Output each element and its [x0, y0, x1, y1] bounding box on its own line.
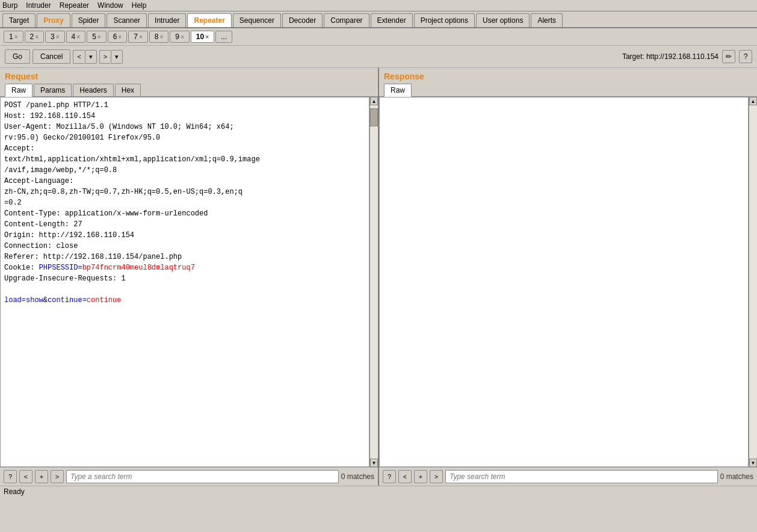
cookie-value: bp74fncrm40meul8dmlaqtruq7 — [82, 264, 195, 272]
response-panel: Response Raw ▲ ▼ ? < + > 0 matches — [379, 68, 757, 486]
request-line-11: Content-Type: application/x-www-form-url… — [4, 208, 365, 219]
num-tab-6[interactable]: 6× — [108, 31, 128, 43]
request-line-cookie: Cookie: PHPSESSID=bp74fncrm40meul8dmlaqt… — [4, 262, 365, 273]
num-tab-5[interactable]: 5× — [87, 31, 107, 43]
help-button[interactable]: ? — [739, 50, 752, 63]
menu-window[interactable]: Window — [97, 1, 123, 10]
close-tab-10[interactable]: × — [205, 34, 209, 40]
go-button[interactable]: Go — [5, 49, 30, 64]
tab-alerts[interactable]: Alerts — [531, 13, 563, 27]
menu-repeater[interactable]: Repeater — [60, 1, 89, 10]
request-search-input[interactable] — [66, 470, 339, 483]
request-line-5: Accept: — [4, 143, 365, 154]
num-tab-4[interactable]: 4× — [66, 31, 86, 43]
response-text-content[interactable] — [379, 97, 749, 467]
tab-user-options[interactable]: User options — [476, 13, 530, 27]
request-search-next-plus[interactable]: + — [35, 470, 48, 483]
tab-comparer[interactable]: Comparer — [324, 13, 369, 27]
close-tab-3[interactable]: × — [56, 34, 60, 40]
menu-intruder[interactable]: Intruder — [26, 1, 51, 10]
request-content-wrapper: POST /panel.php HTTP/1.1 Host: 192.168.1… — [0, 97, 378, 467]
response-matches-label: 0 matches — [720, 472, 753, 481]
tab-spider[interactable]: Spider — [72, 13, 106, 27]
num-tab-2[interactable]: 2× — [25, 31, 45, 43]
back-dropdown-button[interactable]: ▾ — [85, 50, 97, 64]
response-search-help[interactable]: ? — [383, 470, 396, 483]
close-tab-1[interactable]: × — [14, 34, 18, 40]
request-line-1: POST /panel.php HTTP/1.1 — [4, 100, 365, 111]
request-line-12: Content-Length: 27 — [4, 219, 365, 230]
tab-sequencer[interactable]: Sequencer — [233, 13, 281, 27]
response-scroll-track[interactable] — [749, 105, 757, 459]
tab-repeater[interactable]: Repeater — [187, 13, 231, 27]
scroll-track[interactable] — [370, 105, 378, 459]
request-line-16: Upgrade-Insecure-Requests: 1 — [4, 273, 365, 284]
forward-nav-group: > ▾ — [99, 50, 123, 64]
menu-help[interactable]: Help — [132, 1, 147, 10]
number-tab-bar: 1× 2× 3× 4× 5× 6× 7× 8× 9× 10× ... — [0, 28, 757, 46]
request-tab-raw[interactable]: Raw — [5, 84, 32, 97]
request-search-help[interactable]: ? — [4, 470, 17, 483]
request-search-prev[interactable]: < — [19, 470, 32, 483]
close-tab-7[interactable]: × — [139, 34, 143, 40]
num-tab-7[interactable]: 7× — [128, 31, 148, 43]
request-inner-tabs: Raw Params Headers Hex — [0, 84, 378, 97]
request-line-14: Connection: close — [4, 241, 365, 252]
scroll-down-button[interactable]: ▼ — [370, 459, 378, 467]
num-tab-3[interactable]: 3× — [45, 31, 65, 43]
edit-target-button[interactable]: ✏ — [722, 50, 735, 63]
request-vscrollbar[interactable]: ▲ ▼ — [369, 97, 378, 467]
response-search-prev[interactable]: < — [398, 470, 412, 483]
scroll-thumb[interactable] — [370, 108, 378, 126]
close-tab-6[interactable]: × — [118, 34, 122, 40]
request-panel: Request Raw Params Headers Hex POST /pan… — [0, 68, 379, 486]
back-nav-group: < ▾ — [73, 50, 96, 64]
tab-extender[interactable]: Extender — [371, 13, 413, 27]
response-search-next[interactable]: > — [430, 470, 443, 483]
forward-button[interactable]: > — [99, 50, 111, 64]
close-tab-5[interactable]: × — [97, 34, 101, 40]
cancel-button[interactable]: Cancel — [32, 49, 70, 64]
request-tab-headers[interactable]: Headers — [73, 84, 113, 96]
tab-target[interactable]: Target — [2, 13, 36, 27]
close-tab-2[interactable]: × — [35, 34, 39, 40]
back-button[interactable]: < — [73, 50, 84, 64]
status-text: Ready — [4, 487, 25, 496]
request-line-7: /avif,image/webp,*/*;q=0.8 — [4, 165, 365, 176]
forward-dropdown-button[interactable]: ▾ — [111, 50, 123, 64]
request-text-content[interactable]: POST /panel.php HTTP/1.1 Host: 192.168.1… — [0, 97, 369, 467]
response-scroll-down-button[interactable]: ▼ — [749, 459, 757, 467]
close-tab-9[interactable]: × — [181, 34, 184, 40]
request-body: load=show&continue=continue — [4, 295, 365, 306]
tab-scanner[interactable]: Scanner — [107, 13, 147, 27]
request-matches-label: 0 matches — [341, 472, 374, 481]
menu-burp[interactable]: Burp — [2, 1, 17, 10]
tab-intruder[interactable]: Intruder — [148, 13, 186, 27]
request-line-8: Accept-Language: — [4, 176, 365, 187]
scroll-up-button[interactable]: ▲ — [370, 97, 378, 105]
response-inner-tabs: Raw — [379, 84, 757, 97]
target-label: Target: http://192.168.110.154 — [622, 52, 718, 61]
request-tab-hex[interactable]: Hex — [115, 84, 141, 96]
tab-project-options[interactable]: Project options — [414, 13, 475, 27]
request-line-13: Origin: http://192.168.110.154 — [4, 230, 365, 241]
close-tab-8[interactable]: × — [159, 34, 163, 40]
request-tab-params[interactable]: Params — [34, 84, 72, 96]
request-line-15: Referer: http://192.168.110.154/panel.ph… — [4, 252, 365, 262]
num-tab-10[interactable]: 10× — [191, 31, 214, 43]
response-search-next-plus[interactable]: + — [414, 470, 427, 483]
tab-proxy[interactable]: Proxy — [37, 13, 70, 27]
request-line-6: text/html,application/xhtml+xml,applicat… — [4, 154, 365, 165]
num-tab-1[interactable]: 1× — [4, 31, 23, 43]
close-tab-4[interactable]: × — [76, 34, 80, 40]
request-line-empty — [4, 284, 365, 295]
tab-decoder[interactable]: Decoder — [282, 13, 323, 27]
more-tabs-button[interactable]: ... — [215, 31, 232, 43]
response-scroll-up-button[interactable]: ▲ — [749, 97, 757, 105]
num-tab-9[interactable]: 9× — [170, 31, 190, 43]
response-search-input[interactable] — [445, 470, 718, 483]
request-search-next[interactable]: > — [51, 470, 64, 483]
response-vscrollbar[interactable]: ▲ ▼ — [749, 97, 757, 467]
response-tab-raw[interactable]: Raw — [384, 84, 412, 97]
num-tab-8[interactable]: 8× — [149, 31, 169, 43]
